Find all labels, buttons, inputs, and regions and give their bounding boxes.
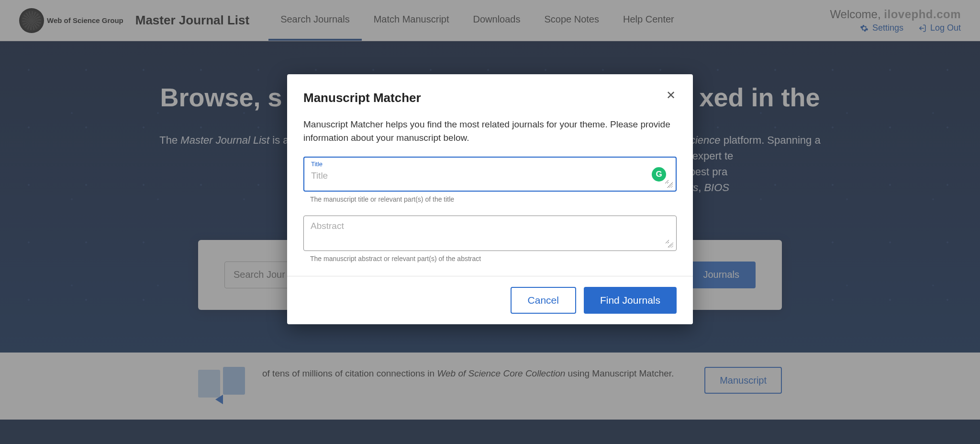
grammarly-icon[interactable]: G xyxy=(652,167,666,182)
modal-body: Manuscript Matcher ✕ Manuscript Matcher … xyxy=(287,74,693,276)
modal-description: Manuscript Matcher helps you find the mo… xyxy=(303,118,677,144)
manuscript-matcher-modal: Manuscript Matcher ✕ Manuscript Matcher … xyxy=(287,74,693,324)
abstract-field-wrap: The manuscript abstract or relevant part… xyxy=(303,216,677,262)
title-input[interactable] xyxy=(311,169,669,184)
find-journals-button[interactable]: Find Journals xyxy=(584,287,677,314)
modal-title: Manuscript Matcher xyxy=(303,91,421,105)
title-helper: The manuscript title or relevant part(s)… xyxy=(303,195,677,203)
abstract-helper: The manuscript abstract or relevant part… xyxy=(303,255,677,262)
title-field-wrap: Title G The manuscript title or relevant… xyxy=(303,157,677,203)
title-field-box: Title G xyxy=(303,157,677,192)
cancel-button[interactable]: Cancel xyxy=(511,287,576,314)
modal-footer: Cancel Find Journals xyxy=(287,276,693,324)
modal-overlay[interactable]: Manuscript Matcher ✕ Manuscript Matcher … xyxy=(0,0,980,444)
abstract-input[interactable] xyxy=(311,219,669,244)
close-icon[interactable]: ✕ xyxy=(665,91,677,102)
title-field-label: Title xyxy=(311,160,669,168)
abstract-field-box xyxy=(303,216,677,251)
modal-header: Manuscript Matcher ✕ xyxy=(303,91,677,105)
